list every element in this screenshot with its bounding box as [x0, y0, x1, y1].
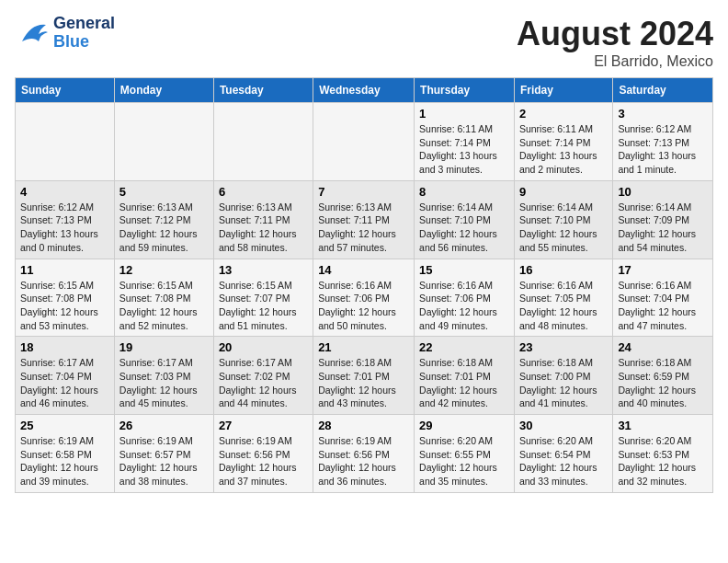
calendar-week-row: 25Sunrise: 6:19 AM Sunset: 6:58 PM Dayli…: [16, 415, 713, 493]
calendar-body: 1Sunrise: 6:11 AM Sunset: 7:14 PM Daylig…: [16, 103, 713, 493]
table-row: 2Sunrise: 6:11 AM Sunset: 7:14 PM Daylig…: [514, 103, 612, 181]
day-number: 18: [20, 340, 109, 354]
day-number: 14: [318, 263, 409, 277]
day-number: 26: [119, 419, 209, 432]
col-monday: Monday: [114, 78, 213, 103]
day-info: Sunrise: 6:16 AM Sunset: 7:04 PM Dayligh…: [618, 279, 708, 333]
calendar-table: Sunday Monday Tuesday Wednesday Thursday…: [15, 77, 713, 493]
table-row: 26Sunrise: 6:19 AM Sunset: 6:57 PM Dayli…: [114, 415, 213, 493]
day-info: Sunrise: 6:14 AM Sunset: 7:09 PM Dayligh…: [618, 201, 708, 255]
header-row: Sunday Monday Tuesday Wednesday Thursday…: [16, 78, 713, 103]
logo: General Blue: [15, 15, 115, 52]
day-number: 27: [219, 419, 308, 432]
day-info: Sunrise: 6:13 AM Sunset: 7:11 PM Dayligh…: [318, 201, 409, 255]
day-info: Sunrise: 6:19 AM Sunset: 6:56 PM Dayligh…: [219, 434, 308, 488]
calendar-week-row: 18Sunrise: 6:17 AM Sunset: 7:04 PM Dayli…: [16, 337, 713, 415]
day-number: 9: [519, 185, 608, 199]
table-row: 13Sunrise: 6:15 AM Sunset: 7:07 PM Dayli…: [213, 259, 313, 337]
table-row: 21Sunrise: 6:18 AM Sunset: 7:01 PM Dayli…: [313, 337, 415, 415]
table-row: 27Sunrise: 6:19 AM Sunset: 6:56 PM Dayli…: [213, 415, 313, 493]
table-row: 23Sunrise: 6:18 AM Sunset: 7:00 PM Dayli…: [514, 337, 612, 415]
day-info: Sunrise: 6:20 AM Sunset: 6:53 PM Dayligh…: [618, 434, 708, 488]
day-info: Sunrise: 6:19 AM Sunset: 6:58 PM Dayligh…: [20, 434, 109, 488]
day-number: 8: [419, 185, 509, 199]
day-number: 12: [119, 263, 209, 277]
day-number: 30: [519, 419, 608, 432]
table-row: 11Sunrise: 6:15 AM Sunset: 7:08 PM Dayli…: [16, 259, 115, 337]
day-number: 4: [20, 185, 109, 199]
table-row: 17Sunrise: 6:16 AM Sunset: 7:04 PM Dayli…: [613, 259, 713, 337]
day-info: Sunrise: 6:16 AM Sunset: 7:06 PM Dayligh…: [318, 279, 409, 333]
day-info: Sunrise: 6:19 AM Sunset: 6:56 PM Dayligh…: [318, 434, 409, 488]
page-header: General Blue August 2024 El Barrido, Mex…: [15, 15, 713, 70]
col-sunday: Sunday: [16, 78, 115, 103]
day-number: 7: [318, 185, 409, 199]
table-row: 16Sunrise: 6:16 AM Sunset: 7:05 PM Dayli…: [514, 259, 612, 337]
day-info: Sunrise: 6:11 AM Sunset: 7:14 PM Dayligh…: [419, 122, 509, 177]
calendar-week-row: 4Sunrise: 6:12 AM Sunset: 7:13 PM Daylig…: [16, 180, 713, 259]
table-row: 6Sunrise: 6:13 AM Sunset: 7:11 PM Daylig…: [213, 180, 313, 259]
day-number: 5: [119, 185, 209, 199]
day-info: Sunrise: 6:18 AM Sunset: 6:59 PM Dayligh…: [618, 356, 708, 410]
day-number: 20: [219, 340, 308, 354]
location-subtitle: El Barrido, Mexico: [517, 53, 713, 70]
day-number: 22: [419, 340, 509, 354]
day-info: Sunrise: 6:14 AM Sunset: 7:10 PM Dayligh…: [419, 201, 509, 255]
table-row: 3Sunrise: 6:12 AM Sunset: 7:13 PM Daylig…: [613, 103, 713, 181]
day-info: Sunrise: 6:17 AM Sunset: 7:04 PM Dayligh…: [20, 356, 109, 410]
day-info: Sunrise: 6:11 AM Sunset: 7:14 PM Dayligh…: [519, 122, 608, 177]
day-info: Sunrise: 6:16 AM Sunset: 7:06 PM Dayligh…: [419, 279, 509, 333]
day-info: Sunrise: 6:13 AM Sunset: 7:12 PM Dayligh…: [119, 201, 209, 255]
title-block: August 2024 El Barrido, Mexico: [517, 15, 713, 70]
day-number: 21: [318, 340, 409, 354]
day-number: 29: [419, 419, 509, 432]
day-info: Sunrise: 6:18 AM Sunset: 7:01 PM Dayligh…: [419, 356, 509, 410]
day-info: Sunrise: 6:14 AM Sunset: 7:10 PM Dayligh…: [519, 201, 608, 255]
table-row: 14Sunrise: 6:16 AM Sunset: 7:06 PM Dayli…: [313, 259, 415, 337]
col-tuesday: Tuesday: [213, 78, 313, 103]
day-info: Sunrise: 6:20 AM Sunset: 6:54 PM Dayligh…: [519, 434, 608, 488]
table-row: 9Sunrise: 6:14 AM Sunset: 7:10 PM Daylig…: [514, 180, 612, 259]
calendar-week-row: 11Sunrise: 6:15 AM Sunset: 7:08 PM Dayli…: [16, 259, 713, 337]
day-number: 2: [519, 107, 608, 121]
table-row: 19Sunrise: 6:17 AM Sunset: 7:03 PM Dayli…: [114, 337, 213, 415]
logo-general-text: General: [53, 15, 115, 33]
day-info: Sunrise: 6:18 AM Sunset: 7:01 PM Dayligh…: [318, 356, 409, 410]
day-number: 28: [318, 419, 409, 432]
day-info: Sunrise: 6:17 AM Sunset: 7:03 PM Dayligh…: [119, 356, 209, 410]
table-row: 4Sunrise: 6:12 AM Sunset: 7:13 PM Daylig…: [16, 180, 115, 259]
logo-blue-text: Blue: [53, 33, 115, 52]
day-number: 23: [519, 340, 608, 354]
table-row: 8Sunrise: 6:14 AM Sunset: 7:10 PM Daylig…: [415, 180, 515, 259]
day-number: 1: [419, 107, 509, 121]
logo-words: General Blue: [53, 15, 115, 52]
day-number: 25: [20, 419, 109, 432]
col-wednesday: Wednesday: [313, 78, 415, 103]
day-number: 24: [618, 340, 708, 354]
col-friday: Friday: [514, 78, 612, 103]
table-row: [313, 103, 415, 181]
day-number: 15: [419, 263, 509, 277]
day-info: Sunrise: 6:18 AM Sunset: 7:00 PM Dayligh…: [519, 356, 608, 410]
day-number: 19: [119, 340, 209, 354]
day-info: Sunrise: 6:20 AM Sunset: 6:55 PM Dayligh…: [419, 434, 509, 488]
col-thursday: Thursday: [415, 78, 515, 103]
day-info: Sunrise: 6:15 AM Sunset: 7:08 PM Dayligh…: [119, 279, 209, 333]
day-number: 3: [618, 107, 708, 121]
day-number: 6: [219, 185, 308, 199]
table-row: 25Sunrise: 6:19 AM Sunset: 6:58 PM Dayli…: [16, 415, 115, 493]
table-row: [213, 103, 313, 181]
day-number: 17: [618, 263, 708, 277]
logo-icon: [15, 16, 50, 51]
day-number: 11: [20, 263, 109, 277]
table-row: 20Sunrise: 6:17 AM Sunset: 7:02 PM Dayli…: [213, 337, 313, 415]
month-year-title: August 2024: [517, 15, 713, 53]
table-row: 12Sunrise: 6:15 AM Sunset: 7:08 PM Dayli…: [114, 259, 213, 337]
table-row: 18Sunrise: 6:17 AM Sunset: 7:04 PM Dayli…: [16, 337, 115, 415]
table-row: [114, 103, 213, 181]
table-row: 22Sunrise: 6:18 AM Sunset: 7:01 PM Dayli…: [415, 337, 515, 415]
calendar-header: Sunday Monday Tuesday Wednesday Thursday…: [16, 78, 713, 103]
table-row: [16, 103, 115, 181]
table-row: 5Sunrise: 6:13 AM Sunset: 7:12 PM Daylig…: [114, 180, 213, 259]
day-info: Sunrise: 6:12 AM Sunset: 7:13 PM Dayligh…: [618, 122, 708, 177]
